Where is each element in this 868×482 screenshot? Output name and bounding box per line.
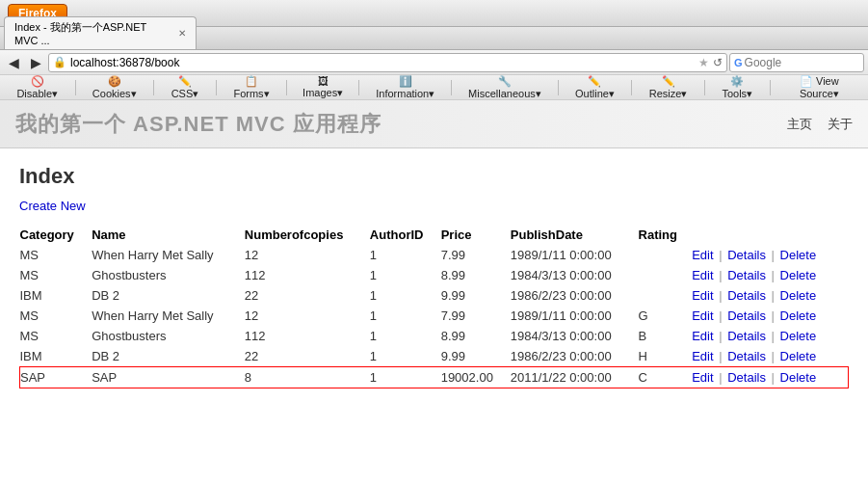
cell-rating bbox=[639, 285, 693, 306]
delete-link[interactable]: Delete bbox=[780, 308, 817, 323]
cell-copies: 22 bbox=[245, 285, 370, 306]
cell-rating: B bbox=[639, 326, 693, 346]
edit-link[interactable]: Edit bbox=[692, 268, 713, 282]
edit-link[interactable]: Edit bbox=[692, 370, 713, 385]
action-separator: | bbox=[716, 288, 726, 303]
toolbar-separator bbox=[358, 80, 359, 95]
cell-actions: Edit | Details | Delete bbox=[692, 367, 848, 388]
table-row: SAPSAP8119002.002011/1/22 0:00:00CEdit |… bbox=[20, 367, 849, 388]
view-source-button[interactable]: 📄 View Source▾ bbox=[775, 72, 864, 103]
details-link[interactable]: Details bbox=[727, 329, 766, 343]
tab-close-icon[interactable]: ✕ bbox=[178, 28, 186, 39]
action-separator: | bbox=[716, 308, 726, 323]
nav-home[interactable]: 主页 bbox=[787, 116, 812, 133]
app-title: 我的第一个 ASP.NET MVC 应用程序 bbox=[15, 110, 381, 139]
browser-tab[interactable]: Index - 我的第一个ASP.NET MVC ... ✕ bbox=[4, 16, 197, 49]
books-table: Category Name Numberofcopies AuthorID Pr… bbox=[19, 225, 849, 388]
cell-actions: Edit | Details | Delete bbox=[692, 306, 848, 326]
bookmark-icon[interactable]: ★ bbox=[698, 56, 709, 69]
cell-author: 1 bbox=[370, 346, 441, 367]
security-icon: 🔒 bbox=[53, 56, 66, 68]
cell-name: When Harry Met Sally bbox=[92, 245, 245, 265]
col-actions bbox=[692, 225, 848, 245]
cell-name: DB 2 bbox=[92, 285, 245, 306]
cell-date: 1986/2/23 0:00:00 bbox=[511, 346, 639, 367]
edit-link[interactable]: Edit bbox=[692, 349, 713, 363]
action-separator: | bbox=[716, 248, 726, 262]
back-button[interactable]: ◀ bbox=[4, 52, 24, 73]
cell-category: SAP bbox=[20, 367, 92, 388]
col-name: Name bbox=[92, 225, 245, 245]
cell-author: 1 bbox=[370, 245, 441, 265]
action-separator: | bbox=[716, 370, 726, 385]
action-separator: | bbox=[768, 268, 778, 282]
edit-link[interactable]: Edit bbox=[692, 308, 713, 323]
action-separator: | bbox=[768, 308, 778, 323]
edit-link[interactable]: Edit bbox=[692, 248, 713, 262]
delete-link[interactable]: Delete bbox=[780, 268, 817, 282]
action-separator: | bbox=[716, 268, 726, 282]
delete-link[interactable]: Delete bbox=[780, 349, 817, 363]
css-button[interactable]: ✏️ CSS▾ bbox=[158, 72, 212, 103]
edit-link[interactable]: Edit bbox=[692, 288, 713, 303]
toolbar-separator bbox=[558, 80, 559, 95]
cell-author: 1 bbox=[370, 285, 441, 306]
cell-copies: 22 bbox=[245, 346, 370, 367]
tools-button[interactable]: ⚙️ Tools▾ bbox=[709, 72, 766, 103]
toolbar-separator bbox=[286, 80, 287, 95]
forward-button[interactable]: ▶ bbox=[26, 52, 46, 73]
cell-category: IBM bbox=[20, 285, 92, 306]
action-separator: | bbox=[768, 370, 778, 385]
col-author: AuthorID bbox=[370, 225, 441, 245]
page-title: Index bbox=[19, 164, 849, 189]
details-link[interactable]: Details bbox=[727, 370, 766, 385]
address-input[interactable] bbox=[70, 56, 695, 69]
refresh-icon[interactable]: ↺ bbox=[713, 56, 723, 69]
delete-link[interactable]: Delete bbox=[780, 248, 817, 262]
miscellaneous-button[interactable]: 🔧 Miscellaneous▾ bbox=[456, 72, 553, 103]
app-header: 我的第一个 ASP.NET MVC 应用程序 主页 关于 bbox=[0, 100, 868, 148]
information-button[interactable]: ℹ️ Information▾ bbox=[363, 72, 447, 103]
delete-link[interactable]: Delete bbox=[780, 370, 817, 385]
cell-rating: G bbox=[639, 306, 693, 326]
col-category: Category bbox=[20, 225, 92, 245]
edit-link[interactable]: Edit bbox=[692, 329, 713, 343]
cell-copies: 112 bbox=[245, 265, 370, 285]
details-link[interactable]: Details bbox=[727, 349, 766, 363]
col-rating: Rating bbox=[639, 225, 693, 245]
details-link[interactable]: Details bbox=[727, 288, 766, 303]
outline-button[interactable]: ✏️ Outline▾ bbox=[563, 72, 628, 103]
cell-name: Ghostbusters bbox=[92, 265, 245, 285]
cell-actions: Edit | Details | Delete bbox=[692, 326, 848, 346]
cookies-button[interactable]: 🍪 Cookies▾ bbox=[80, 72, 149, 103]
create-new-link[interactable]: Create New bbox=[19, 199, 86, 213]
cell-copies: 8 bbox=[245, 367, 370, 388]
cell-rating bbox=[639, 245, 693, 265]
delete-link[interactable]: Delete bbox=[780, 288, 817, 303]
cell-date: 1989/1/11 0:00:00 bbox=[511, 245, 639, 265]
delete-link[interactable]: Delete bbox=[780, 329, 817, 343]
cell-actions: Edit | Details | Delete bbox=[692, 285, 848, 306]
action-separator: | bbox=[768, 349, 778, 363]
cell-actions: Edit | Details | Delete bbox=[692, 346, 848, 367]
cell-date: 1986/2/23 0:00:00 bbox=[511, 285, 639, 306]
action-separator: | bbox=[768, 288, 778, 303]
table-row: MSWhen Harry Met Sally1217.991989/1/11 0… bbox=[20, 245, 849, 265]
cell-category: MS bbox=[20, 326, 92, 346]
details-link[interactable]: Details bbox=[727, 308, 766, 323]
cell-rating: C bbox=[639, 367, 693, 388]
cell-price: 8.99 bbox=[441, 326, 511, 346]
disable-button[interactable]: 🚫 Disable▾ bbox=[4, 72, 71, 103]
cell-date: 2011/1/22 0:00:00 bbox=[511, 367, 639, 388]
table-header-row: Category Name Numberofcopies AuthorID Pr… bbox=[20, 225, 849, 245]
action-separator: | bbox=[716, 329, 726, 343]
resize-button[interactable]: ✏️ Resize▾ bbox=[636, 72, 700, 103]
developer-toolbar: 🚫 Disable▾ 🍪 Cookies▾ ✏️ CSS▾ 📋 Forms▾ 🖼… bbox=[0, 75, 868, 100]
table-row: IBMDB 22219.991986/2/23 0:00:00Edit | De… bbox=[20, 285, 849, 306]
forms-button[interactable]: 📋 Forms▾ bbox=[221, 72, 282, 103]
nav-about[interactable]: 关于 bbox=[828, 116, 853, 133]
details-link[interactable]: Details bbox=[727, 268, 766, 282]
images-button[interactable]: 🖼 Images▾ bbox=[291, 72, 355, 102]
details-link[interactable]: Details bbox=[727, 248, 766, 262]
search-input[interactable] bbox=[745, 56, 868, 69]
